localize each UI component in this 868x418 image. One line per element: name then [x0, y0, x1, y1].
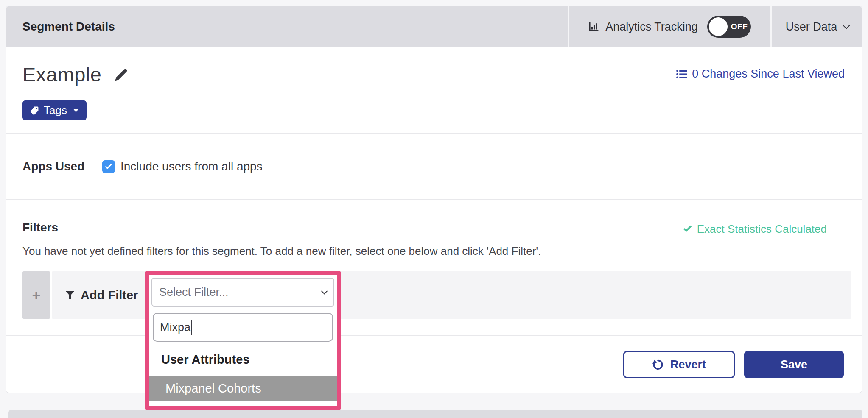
changes-link-label: 0 Changes Since Last Viewed: [692, 67, 845, 81]
segment-name: Example: [22, 63, 101, 86]
filter-search-input[interactable]: Mixpa: [153, 313, 333, 342]
user-data-dropdown[interactable]: User Data: [772, 6, 863, 47]
revert-button[interactable]: Revert: [623, 351, 735, 378]
filters-heading: Filters: [22, 221, 58, 234]
apps-used-section: Apps Used Include users from all apps: [6, 133, 862, 199]
funnel-filter-icon: [65, 290, 75, 300]
undo-icon: [652, 359, 664, 371]
save-button[interactable]: Save: [744, 351, 844, 378]
save-button-label: Save: [781, 358, 807, 371]
toggle-knob: [709, 17, 728, 36]
select-filter-dropdown[interactable]: Select Filter...: [151, 278, 334, 307]
filter-search-value: Mixpa: [160, 321, 190, 334]
bar-chart-icon: [588, 21, 599, 32]
segment-details-page: Segment Details Analytics Tracking OFF U…: [0, 0, 868, 418]
analytics-tracking-label: Analytics Tracking: [605, 20, 698, 33]
changes-since-last-viewed-link[interactable]: 0 Changes Since Last Viewed: [676, 67, 845, 81]
topbar: Segment Details Analytics Tracking OFF U…: [6, 6, 862, 47]
tag-icon: [30, 106, 39, 115]
tags-button[interactable]: Tags: [22, 100, 87, 120]
user-data-label: User Data: [786, 20, 837, 33]
checkbox-check-icon: [105, 162, 112, 169]
analytics-tracking-control: Analytics Tracking OFF: [568, 6, 772, 47]
toggle-state-label: OFF: [731, 22, 748, 31]
add-filter-plus-button[interactable]: +: [22, 271, 50, 319]
edit-pencil-icon[interactable]: [112, 66, 129, 83]
filters-instruction-text: You have not yet defined filters for thi…: [22, 245, 541, 258]
next-panel-edge: [8, 410, 862, 418]
caret-down-icon: [73, 109, 79, 112]
footer-actions: Revert Save: [6, 335, 862, 393]
filters-section: Filters Exact Statistics Calculated You …: [6, 199, 862, 335]
segment-title-section: Example Tags: [6, 47, 862, 133]
status-label: Exact Statistics Calculated: [697, 223, 827, 236]
dropdown-divider: [149, 309, 337, 309]
segment-details-card: Segment Details Analytics Tracking OFF U…: [6, 6, 862, 393]
text-cursor: [191, 320, 192, 335]
include-all-apps-checkbox[interactable]: [102, 160, 115, 173]
revert-button-label: Revert: [670, 358, 706, 371]
select-filter-placeholder: Select Filter...: [159, 286, 229, 299]
page-title: Segment Details: [22, 6, 115, 47]
include-all-apps-label: Include users from all apps: [120, 160, 263, 173]
apps-used-label: Apps Used: [22, 160, 102, 173]
dropdown-group-header: User Attributes: [149, 353, 337, 367]
filter-select-dropdown-highlighted: Select Filter... Mixpa User Attributes M…: [145, 271, 341, 410]
analytics-tracking-toggle[interactable]: OFF: [707, 16, 751, 38]
dropdown-option-mixpanel-cohorts[interactable]: Mixpanel Cohorts: [149, 376, 337, 401]
chevron-down-icon: [843, 22, 850, 29]
success-check-icon: [683, 224, 692, 232]
segment-name-row: Example: [22, 63, 129, 86]
change-list-icon: [676, 70, 687, 79]
add-filter-label: Add Filter: [81, 288, 138, 302]
exact-statistics-status: Exact Statistics Calculated: [684, 223, 827, 236]
tags-button-label: Tags: [44, 104, 67, 117]
chevron-down-icon: [321, 287, 328, 294]
